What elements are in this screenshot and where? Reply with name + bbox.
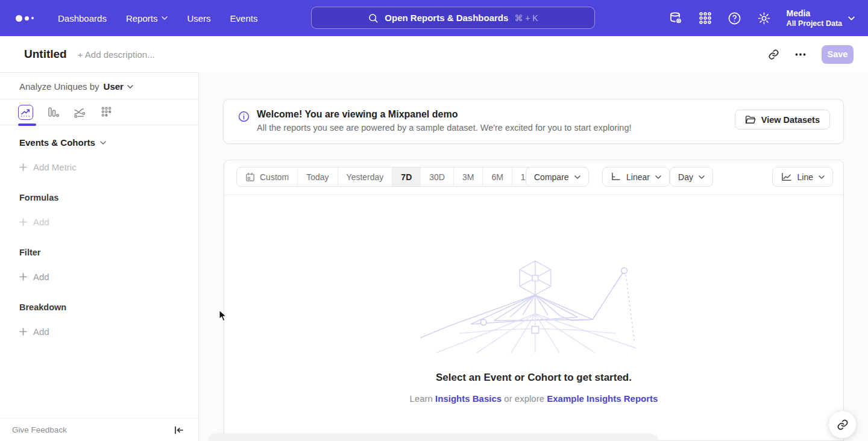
date-range-3m[interactable]: 3M xyxy=(454,167,483,186)
banner-title: Welcome! You are viewing a Mixpanel demo xyxy=(257,109,632,120)
date-range-30d[interactable]: 30D xyxy=(421,167,454,186)
link-icon xyxy=(837,419,849,431)
save-button[interactable]: Save xyxy=(822,45,854,64)
search-placeholder: Open Reports & Dashboards xyxy=(385,13,508,23)
add-filter-button[interactable]: Add xyxy=(0,257,198,282)
add-description-field[interactable]: + Add description... xyxy=(78,49,155,60)
report-canvas: Welcome! You are viewing a Mixpanel demo… xyxy=(199,72,868,441)
analyze-by-dropdown[interactable]: User xyxy=(104,81,133,92)
date-range-custom[interactable]: Custom xyxy=(237,167,298,186)
plus-icon xyxy=(19,328,27,336)
empty-state: Select an Event or Cohort to get started… xyxy=(224,195,843,404)
more-ellipsis-icon[interactable] xyxy=(795,53,806,56)
chevron-down-icon xyxy=(162,16,168,20)
banner-subtitle: All the reports you see are powered by a… xyxy=(257,123,632,133)
info-icon xyxy=(238,111,250,122)
empty-state-title: Select an Event or Cohort to get started… xyxy=(224,372,843,384)
empty-state-links: Learn Insights Basics or explore Example… xyxy=(224,393,843,404)
topnav-right-cluster: Media All Project Data xyxy=(668,0,855,36)
insights-line-tab-icon xyxy=(18,105,33,120)
project-name: Media xyxy=(787,8,842,19)
query-builder-sidebar: Analyze Uniques by User Events & Cohorts… xyxy=(0,72,199,441)
date-range-today[interactable]: Today xyxy=(298,167,338,186)
tab-flow[interactable] xyxy=(73,105,87,119)
bar-chart-tab-icon xyxy=(46,105,60,119)
tab-retention-grid[interactable] xyxy=(100,106,113,119)
primary-nav: Dashboards Reports Users Events xyxy=(48,8,267,28)
help-icon[interactable] xyxy=(728,11,741,25)
report-title[interactable]: Untitled xyxy=(24,48,67,61)
give-feedback-link[interactable]: Give Feedback xyxy=(12,425,67,434)
date-range-6m[interactable]: 6M xyxy=(483,167,512,186)
events-cohorts-section-toggle[interactable]: Events & Cohorts xyxy=(0,125,198,148)
chart-controls-row: Custom Today Yesterday 7D 30D 3M 6M 12M … xyxy=(224,160,843,195)
line-chart-icon xyxy=(781,172,792,182)
retention-grid-tab-icon xyxy=(100,106,113,119)
visualization-tabs xyxy=(0,99,198,125)
insights-chart-panel: Custom Today Yesterday 7D 30D 3M 6M 12M … xyxy=(224,160,844,441)
global-search-input[interactable]: Open Reports & Dashboards ⌘ + K xyxy=(311,7,595,29)
analyze-uniques-label: Analyze Uniques by xyxy=(19,81,99,92)
copy-link-icon[interactable] xyxy=(768,49,779,60)
chevron-down-icon xyxy=(574,175,580,179)
nav-reports[interactable]: Reports xyxy=(116,8,178,28)
example-insights-reports-link[interactable]: Example Insights Reports xyxy=(547,393,658,404)
filter-section-label: Filter xyxy=(0,227,198,257)
chevron-down-icon xyxy=(100,141,106,145)
chevron-down-icon xyxy=(127,85,133,89)
plus-icon xyxy=(19,163,27,171)
project-switcher[interactable]: Media All Project Data xyxy=(787,8,855,28)
chart-type-dropdown[interactable]: Line xyxy=(772,167,833,187)
report-header-bar: Untitled + Add description... Save xyxy=(0,36,868,72)
chevron-down-icon xyxy=(819,175,825,179)
breakdown-section-label: Breakdown xyxy=(0,282,198,312)
active-tab-underline xyxy=(18,124,36,126)
apps-grid-icon[interactable] xyxy=(699,11,712,25)
nav-dashboards[interactable]: Dashboards xyxy=(48,8,116,28)
plus-icon xyxy=(19,273,27,281)
compare-dropdown[interactable]: Compare xyxy=(526,167,589,187)
breakdown-table-tray[interactable] xyxy=(208,434,659,441)
chevron-down-icon xyxy=(699,175,705,179)
add-formula-button[interactable]: Add xyxy=(0,202,198,227)
calendar-icon xyxy=(245,172,255,182)
folder-icon xyxy=(745,115,756,125)
flow-tab-icon xyxy=(73,105,87,119)
date-range-yesterday[interactable]: Yesterday xyxy=(338,167,393,186)
share-link-floating-button[interactable] xyxy=(828,410,857,439)
empty-state-illustration xyxy=(414,255,655,355)
nav-events[interactable]: Events xyxy=(221,8,268,28)
linear-scale-icon xyxy=(611,172,621,181)
collapse-sidebar-icon[interactable] xyxy=(174,426,184,434)
date-range-7d[interactable]: 7D xyxy=(392,167,421,186)
tab-insights-line[interactable] xyxy=(18,105,33,120)
view-datasets-button[interactable]: View Datasets xyxy=(735,110,830,130)
add-breakdown-button[interactable]: Add xyxy=(0,312,198,337)
date-range-segmented-control: Custom Today Yesterday 7D 30D 3M 6M 12M xyxy=(236,167,546,187)
top-navigation-bar: Dashboards Reports Users Events Open Rep… xyxy=(0,0,868,36)
granularity-dropdown[interactable]: Day xyxy=(670,167,713,187)
add-metric-button[interactable]: Add Metric xyxy=(0,148,198,172)
tab-bar-chart[interactable] xyxy=(46,105,60,119)
formulas-section-label: Formulas xyxy=(0,172,198,202)
insights-basics-link[interactable]: Insights Basics xyxy=(435,393,502,404)
search-shortcut: ⌘ + K xyxy=(514,13,538,23)
mixpanel-logo[interactable] xyxy=(16,15,40,22)
demo-welcome-banner: Welcome! You are viewing a Mixpanel demo… xyxy=(223,99,844,144)
project-scope: All Project Data xyxy=(787,19,842,28)
search-icon xyxy=(368,13,379,23)
settings-gear-icon[interactable] xyxy=(757,11,771,25)
sidebar-footer: Give Feedback xyxy=(0,418,198,441)
plus-icon xyxy=(19,218,27,226)
data-library-icon[interactable] xyxy=(668,11,683,25)
nav-users[interactable]: Users xyxy=(177,8,220,28)
chevron-down-icon xyxy=(848,16,855,20)
scale-dropdown[interactable]: Linear xyxy=(602,167,670,187)
chevron-down-icon xyxy=(655,175,661,179)
